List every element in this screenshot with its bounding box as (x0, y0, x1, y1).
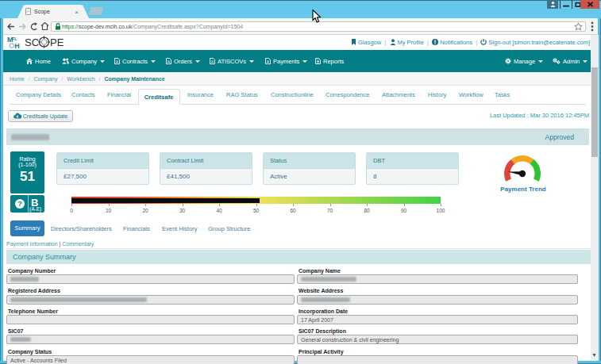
svg-text:PE: PE (50, 36, 64, 48)
svg-text:FL: FL (12, 36, 17, 41)
svg-text:SC: SC (25, 36, 39, 48)
svg-text:H: H (14, 42, 20, 50)
